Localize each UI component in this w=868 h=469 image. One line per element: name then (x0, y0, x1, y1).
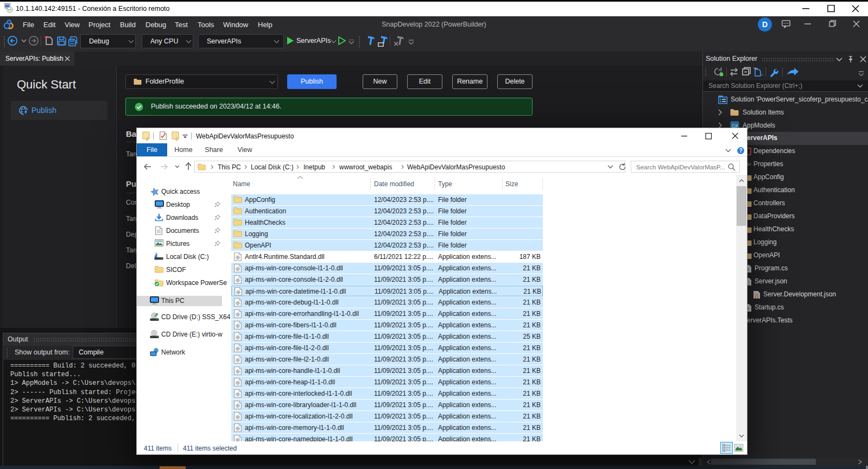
svg-text:{}: {} (755, 293, 759, 299)
